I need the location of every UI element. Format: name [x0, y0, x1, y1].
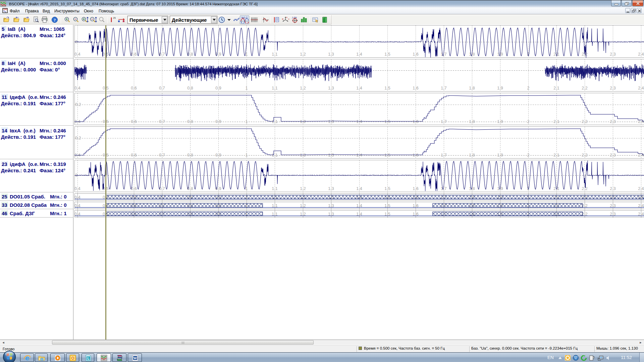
- svg-text:1: 1: [246, 119, 248, 124]
- svg-text:1: 1: [246, 153, 248, 158]
- svg-text:2.2: 2.2: [582, 86, 587, 90]
- svg-text:1.1: 1.1: [272, 52, 277, 57]
- svg-text:1.3: 1.3: [328, 119, 334, 124]
- svg-text:?: ?: [54, 17, 56, 22]
- svg-text:2.2: 2.2: [582, 52, 587, 57]
- svg-text:1.4: 1.4: [356, 86, 362, 90]
- svg-text:0.2: 0.2: [75, 102, 81, 107]
- svg-text:1.1: 1.1: [272, 119, 277, 124]
- svg-text:2.4: 2.4: [638, 52, 644, 57]
- svg-text:0.9: 0.9: [215, 153, 221, 158]
- svg-text:1.2: 1.2: [300, 186, 306, 191]
- svg-text:0.8: 0.8: [187, 119, 193, 124]
- svg-text:0.4: 0.4: [74, 186, 80, 191]
- svg-text:2.3: 2.3: [610, 52, 615, 57]
- svg-text:0.9: 0.9: [215, 119, 221, 124]
- svg-text:1.3: 1.3: [328, 86, 334, 90]
- svg-text:L: L: [87, 357, 89, 360]
- svg-text:1.5: 1.5: [384, 153, 390, 158]
- svg-text:1: 1: [246, 186, 248, 191]
- svg-text:1.4: 1.4: [356, 186, 362, 191]
- svg-text:1.7: 1.7: [441, 153, 446, 158]
- svg-text:2.4: 2.4: [638, 186, 644, 191]
- svg-text:2.2: 2.2: [582, 119, 587, 124]
- svg-text:1.3: 1.3: [328, 186, 334, 191]
- svg-text:2.1: 2.1: [553, 119, 559, 124]
- svg-text:2.4: 2.4: [638, 86, 644, 90]
- svg-text:0.7: 0.7: [159, 119, 165, 124]
- svg-text:1.1: 1.1: [272, 86, 277, 90]
- svg-text:1.6: 1.6: [413, 186, 418, 191]
- svg-text:2.1: 2.1: [553, 52, 559, 57]
- svg-text:1.3: 1.3: [328, 52, 334, 57]
- svg-text:1.4: 1.4: [356, 119, 362, 124]
- svg-text:1.1: 1.1: [272, 153, 277, 158]
- svg-text:1.6: 1.6: [413, 153, 418, 158]
- svg-text:1.5: 1.5: [384, 86, 390, 90]
- svg-text:2.2: 2.2: [582, 186, 587, 191]
- svg-text:1.6: 1.6: [413, 86, 418, 90]
- svg-text:1.5: 1.5: [384, 52, 390, 57]
- svg-text:W: W: [133, 356, 137, 360]
- svg-text:1.2: 1.2: [300, 119, 306, 124]
- svg-text:2.2: 2.2: [582, 153, 587, 158]
- svg-text:1.8: 1.8: [469, 153, 475, 158]
- svg-text:0.9: 0.9: [215, 52, 221, 57]
- svg-text:1.3: 1.3: [328, 153, 334, 158]
- svg-text:2.3: 2.3: [610, 153, 615, 158]
- svg-text:0.8: 0.8: [187, 153, 193, 158]
- svg-text:2.3: 2.3: [610, 186, 615, 191]
- svg-text:1.1: 1.1: [272, 186, 277, 191]
- svg-text:1.5: 1.5: [384, 186, 390, 191]
- svg-text:1.4: 1.4: [356, 52, 362, 57]
- svg-text:2: 2: [527, 86, 530, 90]
- svg-text:1.7: 1.7: [441, 86, 446, 90]
- svg-text:1.8: 1.8: [469, 86, 475, 90]
- svg-text:2: 2: [527, 153, 530, 158]
- svg-text:0.8: 0.8: [187, 86, 193, 90]
- svg-text:1.2: 1.2: [300, 153, 306, 158]
- svg-text:2.3: 2.3: [610, 119, 615, 124]
- svg-text:0.6: 0.6: [131, 153, 137, 158]
- svg-text:0.7: 0.7: [159, 153, 165, 158]
- svg-text:25: 25: [113, 17, 116, 19]
- svg-text:2.1: 2.1: [553, 86, 559, 90]
- svg-text:0.4: 0.4: [74, 52, 80, 57]
- svg-text:1.4: 1.4: [356, 153, 362, 158]
- svg-text:A: A: [286, 16, 287, 18]
- svg-text:1.9: 1.9: [497, 153, 503, 158]
- svg-text:1.2: 1.2: [300, 86, 306, 90]
- svg-text:0.6: 0.6: [131, 119, 137, 124]
- svg-text:1.9: 1.9: [497, 119, 503, 124]
- svg-text:0.9: 0.9: [215, 186, 221, 191]
- svg-text:2: 2: [527, 119, 530, 124]
- svg-text:2.1: 2.1: [553, 153, 559, 158]
- svg-text:0.4: 0.4: [74, 86, 80, 90]
- svg-text:2.3: 2.3: [610, 86, 615, 90]
- svg-text:B: B: [282, 18, 283, 20]
- svg-text:1.5: 1.5: [384, 119, 390, 124]
- svg-text:0.2: 0.2: [75, 136, 81, 140]
- svg-text:0.9: 0.9: [215, 86, 221, 90]
- svg-text:1: 1: [246, 86, 248, 90]
- svg-text:0.6: 0.6: [131, 86, 137, 90]
- svg-text:0.7: 0.7: [159, 86, 165, 90]
- svg-text:O: O: [71, 356, 74, 361]
- svg-text:1.8: 1.8: [469, 119, 475, 124]
- svg-text:1.2: 1.2: [300, 52, 306, 57]
- svg-text:1.6: 1.6: [413, 119, 418, 124]
- svg-text:OSC: OSC: [3, 8, 7, 10]
- svg-text:C: C: [288, 18, 289, 20]
- svg-text:1.6: 1.6: [413, 52, 418, 57]
- svg-text:1.7: 1.7: [441, 119, 446, 124]
- svg-text:1.9: 1.9: [497, 86, 503, 90]
